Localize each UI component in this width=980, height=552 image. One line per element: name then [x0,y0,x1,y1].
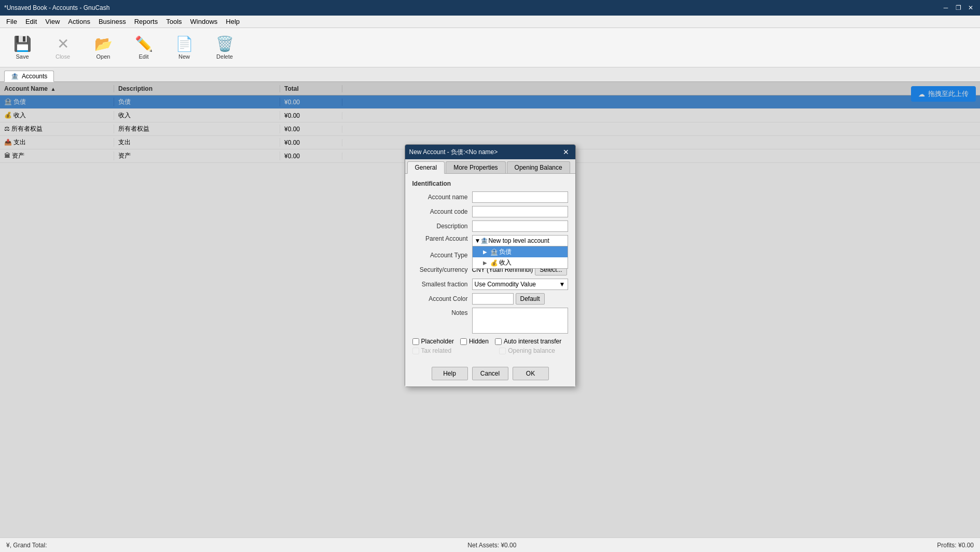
account-code-row: Account code [412,206,568,217]
close-window-button[interactable]: ✕ [965,3,976,13]
account-code-label: Account code [412,208,472,215]
account-name-row: Account name [412,191,568,203]
smallest-fraction-select[interactable]: Use Commodity Value ▼ [472,279,568,290]
checkboxes-row-1: Placeholder Hidden Auto interest transfe… [412,338,568,345]
parent-account-top-level-icon: 🏦 [480,237,488,244]
open-button[interactable]: 📂 Open [85,30,121,65]
modal-tabs: General More Properties Opening Balance [405,159,575,174]
auto-interest-checkbox-label: Auto interest transfer [495,338,561,345]
save-button[interactable]: 💾 Save [4,30,40,65]
tree-item-income[interactable]: ▶ 💰 收入 [473,257,568,268]
profits: Profits: ¥0.00 [937,542,974,549]
opening-balance-checkbox [499,348,506,354]
help-button[interactable]: Help [432,367,468,380]
new-button[interactable]: 📄 New [166,30,202,65]
identification-section-title: Identification [412,180,568,187]
checkboxes-row-2: Tax related Opening balance [412,347,568,354]
close-icon: ✕ [57,35,69,52]
cancel-button[interactable]: Cancel [472,367,508,380]
toolbar: 💾 Save ✕ Close 📂 Open ✏️ Edit 📄 New 🗑️ D… [0,28,980,67]
accounts-tab-icon: 🏦 [11,73,19,80]
auto-interest-checkbox[interactable] [495,338,502,345]
parent-account-top-level-label: New top level account [488,237,549,244]
placeholder-checkbox[interactable] [412,338,419,345]
modal-footer: Help Cancel OK [405,363,575,387]
tree-income-icon: 💰 [490,259,498,267]
description-input[interactable] [472,220,568,232]
delete-icon: 🗑️ [216,35,234,52]
tree-liabilities-icon: 🏦 [490,249,498,256]
hidden-checkbox-label: Hidden [460,338,489,345]
tab-accounts[interactable]: 🏦 Accounts [4,71,54,82]
opening-balance-checkbox-label: Opening balance [499,347,555,354]
menu-bar: File Edit View Actions Business Reports … [0,16,980,28]
menu-view[interactable]: View [41,17,64,26]
menu-reports[interactable]: Reports [130,17,162,26]
edit-icon: ✏️ [135,35,153,52]
modal-title: New Account - 负债:<No name> [409,148,498,157]
parent-account-dropdown: ▶ 🏦 负债 ▶ 💰 收入 [472,246,568,269]
hidden-checkbox[interactable] [460,338,467,345]
tree-arrow-income-icon: ▶ [483,260,489,266]
placeholder-checkbox-label: Placeholder [412,338,454,345]
modal-titlebar: New Account - 负债:<No name> ✕ [405,145,575,159]
modal-overlay: New Account - 负债:<No name> ✕ General Mor… [0,82,980,537]
minimize-button[interactable]: ─ [941,3,951,13]
account-type-label: Account Type [412,252,472,259]
menu-actions[interactable]: Actions [64,17,94,26]
collapse-arrow-icon: ▼ [475,237,481,244]
smallest-fraction-arrow-icon: ▼ [559,281,565,288]
accounts-tab-label: Accounts [22,73,47,80]
new-icon: 📄 [175,35,194,52]
status-bar: ¥, Grand Total: Net Assets: ¥0.00 Profit… [0,537,980,552]
edit-button[interactable]: ✏️ Edit [126,30,162,65]
menu-business[interactable]: Business [94,17,130,26]
menu-tools[interactable]: Tools [162,17,186,26]
restore-button[interactable]: ❐ [953,3,963,13]
account-name-label: Account name [412,194,472,201]
modal-tab-more-properties[interactable]: More Properties [446,161,505,173]
modal-tab-general[interactable]: General [407,161,445,174]
account-color-row: Account Color Default [412,293,568,305]
save-icon: 💾 [13,35,32,52]
window-controls: ─ ❐ ✕ [941,3,976,13]
security-currency-label: Security/currency [412,266,472,273]
parent-account-row: Parent Account ▼ 🏦 New top level account… [412,235,568,246]
description-row: Description [412,220,568,232]
modal-body: Identification Account name Account code… [405,174,575,363]
parent-account-container: ▼ 🏦 New top level account ▶ 🏦 负债 [472,235,568,246]
menu-windows[interactable]: Windows [186,17,222,26]
notes-label: Notes [412,308,472,316]
tree-arrow-icon: ▶ [483,249,489,255]
notes-textarea[interactable] [472,308,568,334]
notes-row: Notes [412,308,568,334]
open-icon: 📂 [94,35,113,52]
new-account-modal: New Account - 负债:<No name> ✕ General Mor… [405,144,576,387]
parent-account-label: Parent Account [412,235,472,242]
net-assets: Net Assets: ¥0.00 [467,542,516,549]
account-color-default-button[interactable]: Default [516,293,545,305]
close-button[interactable]: ✕ Close [45,30,81,65]
modal-close-button[interactable]: ✕ [561,147,571,157]
menu-file[interactable]: File [2,17,21,26]
tax-related-checkbox-label: Tax related [412,347,452,354]
menu-help[interactable]: Help [222,17,244,26]
smallest-fraction-label: Smallest fraction [412,281,472,288]
tax-related-checkbox [412,348,419,354]
window-title: *Unsaved Book - Accounts - GnuCash [4,4,109,11]
menu-edit[interactable]: Edit [21,17,41,26]
account-code-input[interactable] [472,206,568,217]
delete-button[interactable]: 🗑️ Delete [206,30,243,65]
parent-account-display[interactable]: ▼ 🏦 New top level account [472,235,568,246]
main-content: Account Name ▲ Description Total 🏦 负债 负债… [0,82,980,537]
title-bar: *Unsaved Book - Accounts - GnuCash ─ ❐ ✕ [0,0,980,16]
description-label: Description [412,223,472,230]
grand-total-label: ¥, Grand Total: [6,542,47,549]
account-name-input[interactable] [472,191,568,203]
tree-item-liabilities[interactable]: ▶ 🏦 负债 [473,246,568,257]
smallest-fraction-row: Smallest fraction Use Commodity Value ▼ [412,279,568,290]
ok-button[interactable]: OK [513,367,549,380]
modal-tab-opening-balance[interactable]: Opening Balance [507,161,570,173]
account-color-input[interactable] [472,293,514,305]
tab-bar: 🏦 Accounts [0,67,980,82]
